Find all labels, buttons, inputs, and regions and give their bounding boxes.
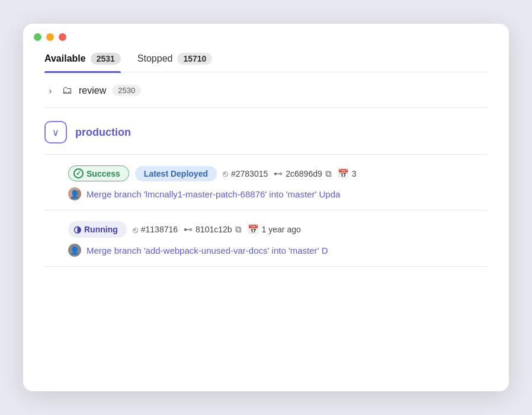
pipeline-2-commit-row: 👤 Merge branch 'add-webpack-unused-var-d… [68, 244, 488, 257]
pipeline-id-1-value: #2783015 [231, 169, 268, 178]
pipeline-item-2: ◑ Running ⎋ #1138716 ⊷ 8101c12b ⧉ 📅 1 ye… [44, 210, 488, 267]
running-icon: ◑ [73, 224, 81, 235]
pipeline-id-2-value: #1138716 [141, 225, 178, 234]
pipeline-icon-2: ⎋ [133, 225, 138, 235]
running-badge: ◑ Running [68, 221, 127, 238]
time-1: 📅 3 [338, 168, 357, 179]
copy-icon-2[interactable]: ⧉ [235, 224, 242, 235]
tab-available[interactable]: Available 2531 [44, 53, 121, 72]
check-icon: ✓ [76, 170, 81, 177]
production-chevron-button[interactable]: ∨ [44, 121, 67, 143]
pipeline-item-1: ✓ Success Latest Deployed ⎋ #2783015 ⊷ 2… [44, 155, 488, 210]
copy-icon-1[interactable]: ⧉ [325, 168, 332, 179]
pipeline-id-2: ⎋ #1138716 [133, 225, 178, 235]
content-area: Available 2531 Stopped 15710 › 🗂 review … [23, 47, 509, 391]
tab-available-badge: 2531 [91, 53, 121, 65]
latest-deployed-label: Latest Deployed [144, 169, 208, 178]
commit-link-2[interactable]: Merge branch 'add-webpack-unused-var-doc… [86, 245, 328, 256]
success-badge: ✓ Success [68, 165, 129, 181]
commit-hash-1-value: 2c6896d9 [286, 169, 322, 178]
folder-icon: 🗂 [62, 84, 73, 97]
titlebar [23, 24, 509, 47]
review-badge: 2530 [112, 85, 141, 96]
tab-stopped-badge: 15710 [177, 53, 212, 65]
pipeline-icon-1: ⎋ [223, 168, 228, 178]
review-label: review [79, 85, 106, 96]
calendar-icon-2: 📅 [248, 224, 259, 235]
latest-deployed-badge: Latest Deployed [135, 166, 217, 181]
dot-red[interactable] [59, 33, 66, 41]
pipeline-1-meta-row: ✓ Success Latest Deployed ⎋ #2783015 ⊷ 2… [68, 165, 488, 181]
commit-hash-1: ⊷ 2c6896d9 ⧉ [274, 168, 332, 179]
commit-hash-2-value: 8101c12b [196, 225, 232, 234]
main-window: Available 2531 Stopped 15710 › 🗂 review … [23, 24, 509, 391]
tabs: Available 2531 Stopped 15710 [44, 53, 488, 72]
dot-green[interactable] [34, 33, 41, 41]
commit-icon-1: ⊷ [274, 168, 283, 179]
time-2-value: 1 year ago [262, 225, 301, 234]
commit-link-1[interactable]: Merge branch 'lmcnally1-master-patch-688… [86, 189, 340, 199]
calendar-icon-1: 📅 [338, 168, 349, 179]
commit-icon-2: ⊷ [184, 224, 193, 235]
time-1-value: 3 [352, 169, 357, 178]
chevron-down-icon: ∨ [52, 127, 59, 138]
tab-available-label: Available [44, 53, 86, 64]
production-label: production [75, 126, 131, 139]
review-chevron-right-icon[interactable]: › [44, 85, 56, 97]
avatar-2-text: 👤 [70, 246, 79, 255]
check-circle-icon: ✓ [73, 168, 84, 178]
tab-stopped[interactable]: Stopped 15710 [137, 53, 213, 72]
success-label: Success [86, 169, 120, 178]
tab-stopped-label: Stopped [137, 53, 173, 64]
commit-hash-2: ⊷ 8101c12b ⧉ [184, 224, 242, 235]
dot-yellow[interactable] [46, 33, 54, 41]
running-label: Running [84, 225, 118, 234]
time-2: 📅 1 year ago [248, 224, 301, 235]
review-section-row: › 🗂 review 2530 [44, 72, 488, 108]
production-row: ∨ production [44, 108, 488, 155]
pipeline-2-meta-row: ◑ Running ⎋ #1138716 ⊷ 8101c12b ⧉ 📅 1 ye… [68, 221, 488, 238]
avatar-1: 👤 [68, 187, 81, 200]
avatar-1-text: 👤 [70, 190, 79, 199]
avatar-2: 👤 [68, 244, 81, 257]
pipeline-id-1: ⎋ #2783015 [223, 168, 268, 178]
pipeline-1-commit-row: 👤 Merge branch 'lmcnally1-master-patch-6… [68, 187, 488, 200]
